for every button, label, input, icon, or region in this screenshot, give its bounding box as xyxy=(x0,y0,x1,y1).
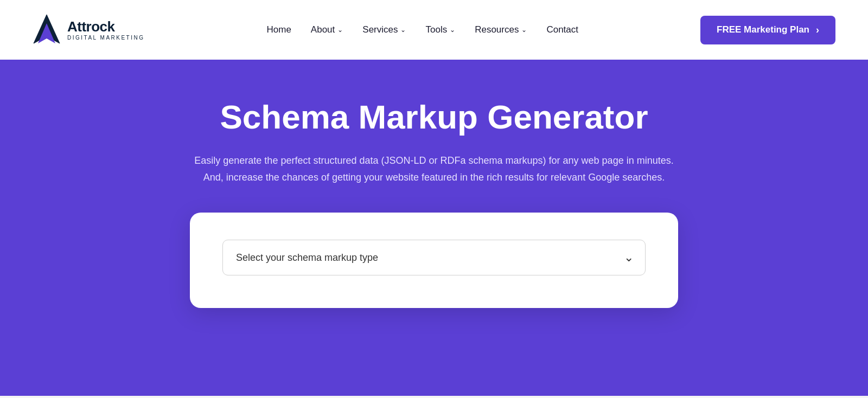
schema-select-wrapper: Select your schema markup type Article P… xyxy=(222,240,646,275)
hero-title: Schema Markup Generator xyxy=(220,98,648,136)
chevron-down-icon: ⌄ xyxy=(450,26,455,34)
nav-item-contact[interactable]: Contact xyxy=(546,24,578,35)
logo-text: Attrock DIGITAL MARKETING xyxy=(67,20,145,41)
logo-name: Attrock xyxy=(67,20,145,34)
logo-link[interactable]: Attrock DIGITAL MARKETING xyxy=(33,14,145,46)
chevron-down-icon: ⌄ xyxy=(337,26,343,34)
schema-card: Select your schema markup type Article P… xyxy=(190,213,678,308)
schema-markup-select[interactable]: Select your schema markup type Article P… xyxy=(222,240,646,275)
logo-icon xyxy=(33,14,61,46)
cta-button[interactable]: FREE Marketing Plan › xyxy=(700,16,835,44)
nav-item-home[interactable]: Home xyxy=(267,24,291,35)
chevron-down-icon: ⌄ xyxy=(400,26,406,34)
hero-section: Schema Markup Generator Easily generate … xyxy=(0,60,868,396)
cta-arrow-icon: › xyxy=(816,24,819,36)
logo-tagline: DIGITAL MARKETING xyxy=(67,35,145,41)
chevron-down-icon: ⌄ xyxy=(521,26,527,34)
nav-item-services[interactable]: Services ⌄ xyxy=(362,24,406,35)
nav-item-tools[interactable]: Tools ⌄ xyxy=(425,24,455,35)
nav-item-resources[interactable]: Resources ⌄ xyxy=(475,24,527,35)
cta-label: FREE Marketing Plan xyxy=(717,24,809,35)
main-nav: Home About ⌄ Services ⌄ Tools ⌄ Resource… xyxy=(267,24,579,35)
nav-item-about[interactable]: About ⌄ xyxy=(311,24,343,35)
hero-description: Easily generate the perfect structured d… xyxy=(190,152,678,185)
site-header: Attrock DIGITAL MARKETING Home About ⌄ S… xyxy=(0,0,868,60)
